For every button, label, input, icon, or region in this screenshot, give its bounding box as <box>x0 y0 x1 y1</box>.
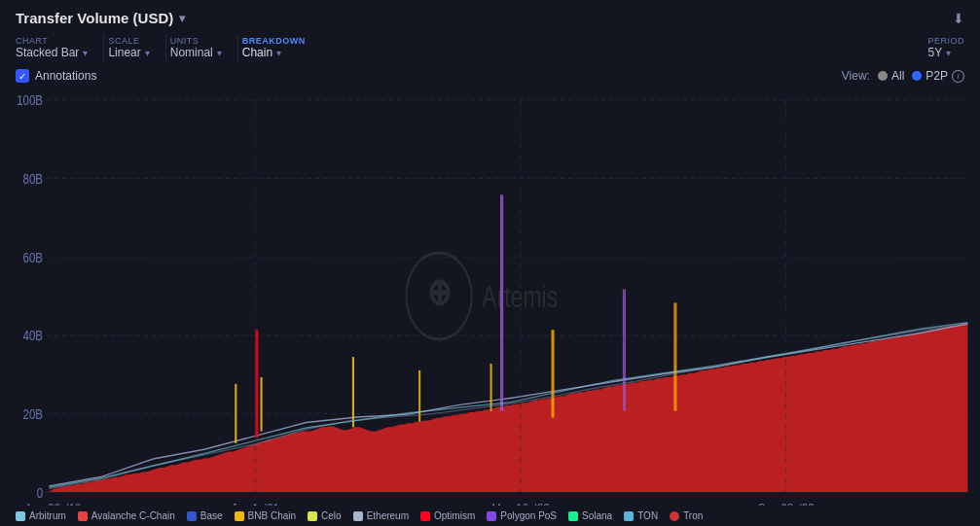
svg-rect-18 <box>255 330 258 438</box>
optimism-dot <box>420 511 430 521</box>
chart-title[interactable]: Transfer Volume (USD) ▾ <box>16 10 185 26</box>
chart-type-control[interactable]: CHART Stacked Bar ▾ <box>16 32 99 65</box>
view-all-dot <box>878 71 888 81</box>
ton-label: TON <box>637 510 658 521</box>
title-chevron-icon: ▾ <box>179 12 185 25</box>
units-value: Nominal ▾ <box>170 46 222 59</box>
breakdown-control[interactable]: BREAKDOWN Chain ▾ <box>242 32 317 65</box>
svg-rect-19 <box>500 194 503 410</box>
svg-text:May 16, '22: May 16, '22 <box>491 501 549 506</box>
annotations-checkbox[interactable]: ✓ <box>16 69 29 83</box>
ethereum-dot <box>353 511 363 521</box>
avalanche-dot <box>78 511 88 521</box>
polygon-dot <box>487 511 496 521</box>
arbitrum-label: Arbitrum <box>29 510 66 521</box>
view-label: View: <box>842 69 870 83</box>
controls-row: CHART Stacked Bar ▾ SCALE Linear ▾ UNITS… <box>0 32 980 65</box>
arbitrum-dot <box>16 511 25 521</box>
legend-polygon: Polygon PoS <box>487 510 557 521</box>
avalanche-label: Avalanche C-Chain <box>91 510 175 521</box>
view-group: View: All P2P i <box>842 69 964 83</box>
legend-base: Base <box>187 510 223 521</box>
divider-2 <box>165 34 166 63</box>
view-p2p-option[interactable]: P2P i <box>912 69 964 83</box>
download-icon[interactable]: ⬇ <box>953 11 964 26</box>
solana-dot <box>568 511 578 521</box>
app-container: Transfer Volume (USD) ▾ ⬇ CHART Stacked … <box>0 0 980 526</box>
svg-rect-26 <box>418 370 420 422</box>
legend-arbitrum: Arbitrum <box>16 510 66 521</box>
breakdown-value: Chain ▾ <box>242 46 306 59</box>
breakdown-chevron: ▾ <box>276 48 281 58</box>
units-chevron: ▾ <box>217 48 222 58</box>
scale-control[interactable]: SCALE Linear ▾ <box>108 32 161 65</box>
period-value: 5Y ▾ <box>927 46 964 59</box>
solana-label: Solana <box>582 510 612 521</box>
breakdown-label: BREAKDOWN <box>242 36 306 46</box>
optimism-label: Optimism <box>434 510 475 521</box>
view-p2p-label: P2P <box>926 69 948 83</box>
base-label: Base <box>200 510 223 521</box>
view-all-option[interactable]: All <box>878 69 904 83</box>
chart-label: CHART <box>16 36 88 46</box>
svg-text:Artemis: Artemis <box>482 279 558 313</box>
polygon-label: Polygon PoS <box>500 510 557 521</box>
svg-text:80B: 80B <box>23 171 44 188</box>
legend-optimism: Optimism <box>420 510 475 521</box>
divider-3 <box>237 34 238 63</box>
annotations-left: ✓ Annotations <box>16 69 96 83</box>
chart-header: Transfer Volume (USD) ▾ ⬇ <box>0 0 980 32</box>
legend-celo: Celo <box>308 510 342 521</box>
svg-text:Jan 1, '21: Jan 1, '21 <box>231 501 279 506</box>
svg-text:Aug 20, '19: Aug 20, '19 <box>25 501 82 506</box>
legend-tron: Tron <box>670 510 703 521</box>
svg-rect-22 <box>673 302 676 410</box>
chart-value: Stacked Bar ▾ <box>16 46 88 59</box>
tron-label: Tron <box>683 510 703 521</box>
chart-svg: 100B 80B 60B 40B 20B 0 ⊕ Artemis <box>0 87 980 506</box>
legend-solana: Solana <box>568 510 612 521</box>
svg-text:100B: 100B <box>17 92 43 109</box>
period-label: PERIOD <box>927 36 964 46</box>
svg-text:20B: 20B <box>23 405 44 422</box>
period-chevron: ▾ <box>946 48 951 58</box>
svg-rect-21 <box>623 290 626 411</box>
view-all-label: All <box>891 69 904 83</box>
scale-chevron: ▾ <box>145 48 150 58</box>
legend-ethereum: Ethereum <box>353 510 409 521</box>
view-p2p-dot <box>912 71 922 81</box>
base-dot <box>187 511 197 521</box>
units-control[interactable]: UNITS Nominal ▾ <box>170 32 234 65</box>
tron-dot <box>670 511 679 521</box>
legend-bnb: BNB Chain <box>235 510 296 521</box>
legend-row: Arbitrum Avalanche C-Chain Base BNB Chai… <box>0 506 980 526</box>
celo-dot <box>308 511 317 521</box>
svg-rect-25 <box>352 357 354 427</box>
ethereum-label: Ethereum <box>367 510 409 521</box>
bnb-label: BNB Chain <box>248 510 296 521</box>
svg-text:Sep 28, '23: Sep 28, '23 <box>758 501 815 506</box>
ton-dot <box>624 511 634 521</box>
bnb-dot <box>235 511 244 521</box>
title-text: Transfer Volume (USD) <box>16 10 173 26</box>
svg-rect-20 <box>551 330 554 417</box>
scale-label: SCALE <box>108 36 149 46</box>
period-control[interactable]: PERIOD 5Y ▾ <box>916 32 964 65</box>
svg-text:⊕: ⊕ <box>427 271 451 313</box>
scale-value: Linear ▾ <box>108 46 149 59</box>
svg-text:0: 0 <box>37 484 43 501</box>
divider-1 <box>103 34 104 63</box>
chart-area: 100B 80B 60B 40B 20B 0 ⊕ Artemis <box>0 87 980 506</box>
chart-chevron: ▾ <box>83 48 88 58</box>
p2p-info-icon[interactable]: i <box>952 70 964 83</box>
celo-label: Celo <box>321 510 342 521</box>
svg-text:60B: 60B <box>23 249 44 265</box>
svg-rect-23 <box>235 384 236 443</box>
annotations-row: ✓ Annotations View: All P2P i <box>0 65 980 87</box>
svg-rect-24 <box>260 377 262 432</box>
annotations-label: Annotations <box>35 69 96 83</box>
units-label: UNITS <box>170 36 222 46</box>
legend-avalanche: Avalanche C-Chain <box>78 510 175 521</box>
svg-text:40B: 40B <box>23 328 44 344</box>
legend-ton: TON <box>624 510 658 521</box>
